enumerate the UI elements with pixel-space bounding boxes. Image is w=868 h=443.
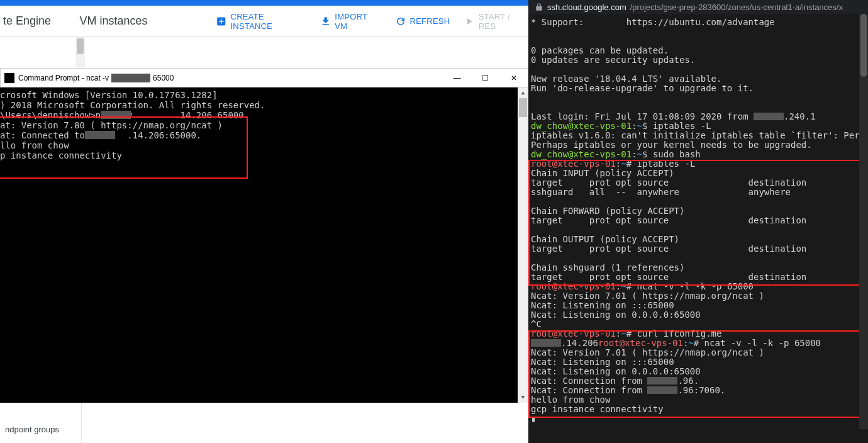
gcp-header: te Engine VM instances CREATE INSTANCE I… (0, 6, 528, 37)
gcp-top-strip (0, 0, 528, 6)
ssh-address-bar[interactable]: ssh.cloud.google.com/projects/gse-prep-2… (528, 0, 868, 14)
cmd-output: crosoft Windows [Version 10.0.17763.1282… (0, 90, 265, 160)
ssh-terminal-body[interactable]: * Support: https://ubuntu.com/advantage … (528, 14, 868, 423)
lock-icon (535, 3, 543, 11)
ssh-path: /projects/gse-prep-283600/zones/us-centr… (630, 3, 843, 12)
start-button[interactable]: START / RES (464, 12, 528, 31)
ssh-scrollbar-thumb[interactable] (860, 14, 867, 77)
ssh-host: ssh.cloud.google.com (547, 3, 626, 12)
cmd-scrollbar[interactable]: ▲ ▼ (518, 87, 528, 403)
ssh-scrollbar[interactable] (859, 14, 868, 429)
plus-box-icon (216, 16, 226, 27)
play-icon (464, 16, 474, 27)
refresh-icon (395, 16, 406, 27)
cmd-body[interactable]: crosoft Windows [Version 10.0.17763.1282… (0, 87, 528, 403)
sidebar-scrollbar[interactable] (75, 37, 85, 69)
redacted-ip (111, 74, 150, 82)
import-icon (320, 16, 331, 27)
gcp-product-title: te Engine (0, 14, 80, 28)
scroll-down-icon[interactable]: ▼ (518, 392, 528, 403)
sidebar-item-endpoint-groups[interactable]: ndpoint groups (0, 418, 81, 441)
scrollbar-thumb[interactable] (77, 38, 84, 54)
refresh-button[interactable]: REFRESH (395, 16, 450, 27)
maximize-button[interactable]: ☐ (471, 69, 499, 87)
close-button[interactable]: ✕ (499, 69, 528, 87)
cmd-title-pre: Command Prompt - ncat -v (18, 73, 109, 83)
refresh-label: REFRESH (410, 16, 450, 26)
create-instance-label: CREATE INSTANCE (231, 12, 306, 31)
cmd-titlebar[interactable]: Command Prompt - ncat -v 65000 — ☐ ✕ (0, 68, 528, 87)
cmd-scrollbar-thumb[interactable] (519, 98, 527, 117)
ssh-terminal-window: ssh.cloud.google.com/projects/gse-prep-2… (528, 0, 868, 443)
scroll-up-icon[interactable]: ▲ (518, 87, 528, 98)
cmd-icon (4, 73, 14, 83)
gcp-page-title: VM instances (80, 14, 202, 28)
start-label: START / RES (479, 12, 528, 31)
cmd-title-post: 65000 (153, 73, 174, 83)
import-vm-label: IMPORT VM (335, 12, 381, 31)
command-prompt-window: Command Prompt - ncat -v 65000 — ☐ ✕ cro… (0, 68, 528, 403)
minimize-button[interactable]: — (443, 69, 471, 87)
create-instance-button[interactable]: CREATE INSTANCE (216, 12, 306, 31)
import-vm-button[interactable]: IMPORT VM (320, 12, 381, 31)
